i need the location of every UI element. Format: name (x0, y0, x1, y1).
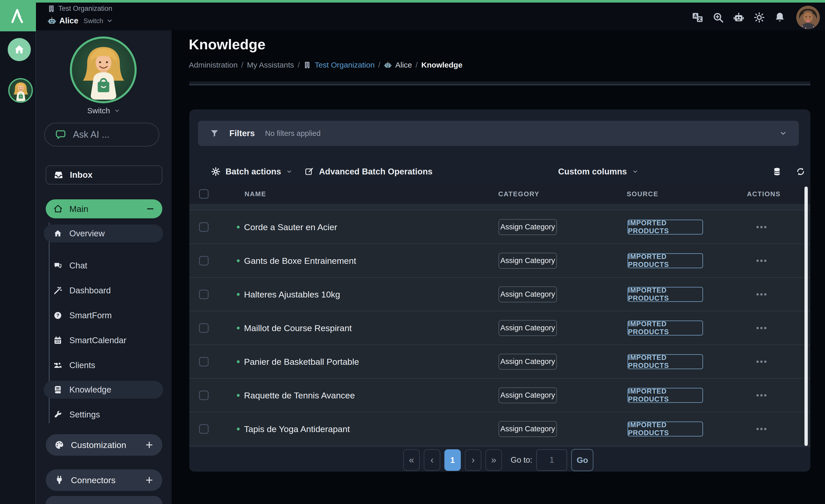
users-icon (54, 361, 62, 370)
pagination-next-button[interactable]: › (465, 449, 481, 471)
pagination-page-1-button[interactable]: 1 (444, 449, 461, 471)
pagination-first-button[interactable]: « (403, 449, 420, 471)
table-row[interactable]: Gants de Boxe EntrainementAssign Categor… (189, 244, 810, 278)
custom-columns-button[interactable]: Custom columns (558, 160, 638, 184)
sidebar-item-settings[interactable]: Settings (44, 406, 163, 424)
zoom-in-icon[interactable] (712, 12, 724, 23)
sidebar-item-smartcalendar[interactable]: SmartCalendar (44, 332, 163, 349)
product-name[interactable]: Panier de Basketball Portable (244, 357, 359, 367)
table-row[interactable]: Corde a Sauter en AcierAssign CategoryIM… (189, 210, 810, 244)
sidebar-group-connectors[interactable]: Connectors (46, 469, 162, 491)
table-row[interactable]: Tapis de Yoga AntiderapantAssign Categor… (189, 412, 810, 446)
house-icon (54, 229, 62, 238)
breadcrumb-item-alice[interactable]: Alice (395, 61, 412, 69)
row-actions-menu[interactable] (756, 327, 766, 329)
row-actions-menu[interactable] (756, 360, 766, 363)
sidebar-item-chat[interactable]: Chat (44, 257, 163, 275)
filters-bar[interactable]: Filters No filters applied (198, 121, 799, 146)
switch-label[interactable]: Switch (83, 17, 103, 25)
row-checkbox[interactable] (199, 256, 209, 265)
column-header-name[interactable]: NAME (244, 190, 267, 198)
column-header-source[interactable]: SOURCE (627, 190, 658, 198)
table-row[interactable]: Maillot de Course RespirantAssign Catego… (189, 311, 810, 345)
profile-avatar[interactable] (796, 6, 820, 29)
book-icon (54, 385, 62, 394)
assign-category-button[interactable]: Assign Category (499, 320, 557, 336)
row-checkbox[interactable] (199, 390, 209, 400)
column-header-category[interactable]: CATEGORY (498, 190, 539, 198)
sidebar-group-main[interactable]: Main (46, 199, 162, 218)
sidebar-item-inbox[interactable]: Inbox (46, 165, 162, 185)
assistant-switcher[interactable]: Switch (36, 106, 171, 115)
source-badge: IMPORTED PRODUCTS (627, 253, 703, 268)
theme-sun-icon[interactable] (754, 12, 765, 23)
goto-page-input[interactable] (536, 449, 567, 471)
advanced-batch-button[interactable]: Advanced Batch Operations (305, 160, 433, 184)
calendar-icon (54, 336, 62, 345)
chevron-down-icon[interactable] (106, 17, 113, 24)
go-button[interactable]: Go (571, 449, 593, 471)
partially-scrolled-row (189, 205, 810, 210)
collapse-minus-icon[interactable] (146, 205, 155, 213)
refresh-button[interactable] (796, 160, 805, 184)
org-assistant-selector[interactable]: Test Organization Alice Switch (48, 5, 113, 25)
row-actions-menu[interactable] (756, 293, 766, 295)
row-actions-menu[interactable] (756, 394, 766, 397)
sidebar-item-dashboard[interactable]: Dashboard (44, 282, 163, 299)
assign-category-button[interactable]: Assign Category (499, 421, 557, 437)
row-checkbox[interactable] (199, 424, 209, 434)
pagination-bar: « ‹ 1 › » Go to: Go (189, 446, 810, 472)
pagination-prev-button[interactable]: ‹ (424, 449, 440, 471)
breadcrumb-item-my-assistants[interactable]: My Assistants (247, 61, 294, 69)
assign-category-button[interactable]: Assign Category (499, 354, 557, 370)
breadcrumb-item-test-organization[interactable]: Test Organization (315, 61, 374, 69)
row-actions-menu[interactable] (756, 428, 766, 430)
row-checkbox[interactable] (199, 289, 209, 299)
breadcrumb-item-administration[interactable]: Administration (189, 61, 238, 69)
sidebar-group-partial[interactable] (46, 496, 162, 504)
product-name[interactable]: Halteres Ajustables 10kg (244, 289, 340, 299)
table-vertical-scrollbar[interactable] (805, 187, 808, 446)
home-button[interactable] (8, 38, 31, 61)
assistant-robot-icon[interactable] (733, 12, 744, 23)
sidebar-item-smartform[interactable]: ?SmartForm (44, 306, 163, 325)
app-logo[interactable] (0, 0, 36, 31)
sidebar-item-overview[interactable]: Overview (44, 224, 163, 242)
chevron-down-icon[interactable] (779, 130, 787, 137)
source-badge: IMPORTED PRODUCTS (627, 354, 703, 369)
table-row[interactable]: Halteres Ajustables 10kgAssign CategoryI… (189, 278, 810, 311)
product-name[interactable]: Corde a Sauter en Acier (244, 222, 337, 232)
product-name[interactable]: Tapis de Yoga Antiderapant (244, 424, 350, 434)
expand-plus-icon[interactable] (145, 476, 154, 485)
chevron-down-icon (632, 168, 638, 175)
sidebar-group-customization[interactable]: Customization (46, 434, 162, 456)
row-actions-menu[interactable] (756, 226, 766, 228)
data-source-button[interactable] (772, 160, 781, 184)
row-checkbox[interactable] (199, 323, 209, 333)
table-row[interactable]: Panier de Basketball PortableAssign Cate… (189, 345, 810, 379)
sidebar-item-clients[interactable]: Clients (44, 356, 163, 374)
row-checkbox[interactable] (199, 357, 209, 366)
chat-bubble-icon (55, 129, 66, 140)
assign-category-button[interactable]: Assign Category (499, 253, 557, 269)
product-name[interactable]: Raquette de Tennis Avancee (244, 390, 355, 400)
assign-category-button[interactable]: Assign Category (499, 286, 557, 302)
row-actions-menu[interactable] (756, 260, 766, 262)
product-name[interactable]: Maillot de Course Respirant (244, 323, 352, 333)
assistant-avatar-large[interactable] (70, 37, 137, 103)
column-header-actions: ACTIONS (747, 190, 780, 198)
batch-actions-button[interactable]: Batch actions (211, 160, 292, 184)
notifications-bell-icon[interactable] (774, 12, 785, 23)
row-checkbox[interactable] (199, 222, 209, 232)
pagination-last-button[interactable]: » (485, 449, 502, 471)
table-row[interactable]: Raquette de Tennis AvanceeAssign Categor… (189, 379, 810, 412)
expand-plus-icon[interactable] (145, 441, 154, 449)
assistant-avatar-small[interactable] (8, 78, 33, 103)
sidebar-item-knowledge[interactable]: Knowledge (44, 381, 163, 399)
translate-icon[interactable]: A (692, 12, 703, 23)
product-name[interactable]: Gants de Boxe Entrainement (244, 256, 356, 266)
select-all-checkbox[interactable] (199, 189, 209, 199)
assign-category-button[interactable]: Assign Category (499, 219, 557, 235)
ask-ai-input[interactable]: Ask AI ... (44, 123, 159, 146)
assign-category-button[interactable]: Assign Category (499, 387, 557, 403)
